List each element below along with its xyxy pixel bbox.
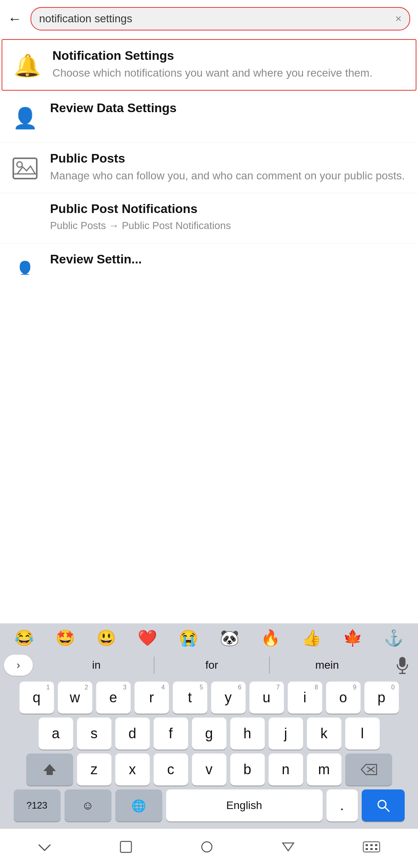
emoji-grinning[interactable]: 😃 — [86, 629, 127, 647]
clear-button[interactable]: × — [395, 13, 402, 25]
emoji-thumbsup[interactable]: 👍 — [291, 629, 332, 647]
key-y[interactable]: 6y — [211, 682, 246, 714]
partial-result-item[interactable]: 👤 Review Settin... — [0, 243, 418, 275]
key-a[interactable]: a — [39, 718, 73, 750]
nav-triangle-button[interactable] — [273, 836, 303, 861]
result-item-public-post-notifs[interactable]: Public Post Notifications Public Posts →… — [0, 193, 418, 243]
svg-line-10 — [385, 807, 389, 811]
numbers-key[interactable]: ?123 — [14, 789, 61, 821]
suggestion-for[interactable]: for — [154, 656, 269, 675]
emoji-panda[interactable]: 🐼 — [209, 629, 250, 647]
result-title-review-data: Review Data Settings — [50, 101, 409, 115]
key-l[interactable]: l — [345, 718, 380, 750]
suggestion-mein[interactable]: mein — [270, 656, 384, 675]
result-title-public-post-notifs: Public Post Notifications — [50, 202, 409, 216]
placeholder-icon — [9, 203, 41, 234]
image-icon — [9, 153, 41, 184]
svg-rect-15 — [366, 844, 368, 846]
result-item-public-posts[interactable]: Public Posts Manage who can follow you, … — [0, 143, 418, 193]
svg-rect-16 — [370, 844, 373, 846]
emoji-fire[interactable]: 🔥 — [250, 629, 291, 647]
key-b[interactable]: b — [230, 753, 265, 786]
nav-square-button[interactable] — [111, 836, 141, 861]
result-title-notification-settings: Notification Settings — [52, 48, 406, 63]
key-v[interactable]: v — [192, 753, 226, 786]
key-row-1: 1q 2w 3e 4r 5t 6y 7u 8i 9o 0p — [2, 682, 416, 714]
key-rows: 1q 2w 3e 4r 5t 6y 7u 8i 9o 0p a s d f g … — [0, 680, 418, 829]
result-item-notification-settings[interactable]: 🔔 Notification Settings Choose which not… — [2, 39, 416, 91]
emoji-key[interactable]: ☺ — [65, 789, 111, 821]
svg-rect-3 — [399, 657, 405, 667]
emoji-anchor[interactable]: ⚓ — [373, 629, 414, 647]
shift-key[interactable] — [26, 753, 73, 786]
key-z[interactable]: z — [77, 753, 111, 786]
result-text-review-data: Review Data Settings — [50, 101, 409, 118]
partial-title: Review Settin... — [50, 252, 142, 267]
key-i[interactable]: 8i — [288, 682, 322, 714]
partial-icon: 👤 — [9, 254, 41, 275]
key-x[interactable]: x — [115, 753, 150, 786]
result-title-public-posts: Public Posts — [50, 151, 409, 166]
nav-bar — [0, 829, 418, 868]
nav-circle-button[interactable] — [192, 836, 222, 861]
emoji-maple-leaf[interactable]: 🍁 — [332, 629, 373, 647]
key-e[interactable]: 3e — [96, 682, 131, 714]
spacebar-key[interactable]: English — [166, 789, 323, 821]
suggestion-in[interactable]: in — [39, 656, 154, 675]
svg-point-2 — [17, 162, 22, 167]
notification-bell-icon: 🔔 — [12, 50, 43, 81]
result-text-public-posts: Public Posts Manage who can follow you, … — [50, 151, 409, 183]
key-j[interactable]: j — [269, 718, 303, 750]
mic-button[interactable] — [391, 653, 414, 677]
svg-point-12 — [202, 842, 212, 852]
key-p[interactable]: 0p — [364, 682, 399, 714]
key-row-4: ?123 ☺ 🌐 English . — [2, 789, 416, 821]
nav-down-button[interactable] — [30, 838, 59, 860]
key-t[interactable]: 5t — [173, 682, 207, 714]
key-o[interactable]: 9o — [326, 682, 361, 714]
key-s[interactable]: s — [77, 718, 111, 750]
emoji-crying[interactable]: 😭 — [168, 629, 209, 647]
search-box: × — [30, 7, 410, 30]
key-w[interactable]: 2w — [58, 682, 92, 714]
svg-rect-20 — [375, 848, 377, 850]
search-input[interactable] — [39, 13, 391, 25]
search-key[interactable] — [362, 789, 405, 821]
svg-marker-13 — [283, 843, 294, 851]
result-text-public-post-notifs: Public Post Notifications Public Posts →… — [50, 202, 409, 233]
svg-rect-14 — [363, 842, 380, 852]
svg-marker-6 — [43, 764, 56, 775]
header: ← × — [0, 0, 418, 38]
result-text-notification-settings: Notification Settings Choose which notif… — [52, 48, 406, 81]
backspace-key[interactable] — [345, 753, 392, 786]
emoji-kissy[interactable]: 🤩 — [45, 629, 86, 647]
svg-rect-11 — [120, 841, 131, 852]
key-h[interactable]: h — [230, 718, 265, 750]
keyboard: 😂 🤩 😃 ❤️ 😭 🐼 🔥 👍 🍁 ⚓ › in for mein — [0, 623, 418, 868]
key-q[interactable]: 1q — [20, 682, 54, 714]
suggestions-bar: › in for mein — [0, 650, 418, 680]
expand-icon: › — [16, 659, 20, 671]
back-button[interactable]: ← — [8, 12, 25, 26]
key-d[interactable]: d — [115, 718, 150, 750]
key-c[interactable]: c — [154, 753, 188, 786]
key-m[interactable]: m — [307, 753, 341, 786]
globe-key[interactable]: 🌐 — [115, 789, 162, 821]
emoji-laughing[interactable]: 😂 — [4, 629, 45, 647]
key-f[interactable]: f — [154, 718, 188, 750]
key-n[interactable]: n — [269, 753, 303, 786]
nav-keyboard-button[interactable] — [355, 836, 388, 861]
period-key[interactable]: . — [327, 789, 358, 821]
results-list: 🔔 Notification Settings Choose which not… — [0, 39, 418, 275]
result-item-review-data[interactable]: 👤 Review Data Settings — [0, 92, 418, 143]
result-subtitle-notification-settings: Choose which notifications you want and … — [52, 65, 406, 81]
result-breadcrumb-public-post-notifs: Public Posts → Public Post Notifications — [50, 218, 409, 233]
svg-rect-18 — [366, 848, 368, 850]
key-r[interactable]: 4r — [135, 682, 169, 714]
key-k[interactable]: k — [307, 718, 341, 750]
key-u[interactable]: 7u — [249, 682, 284, 714]
key-g[interactable]: g — [192, 718, 226, 750]
result-subtitle-public-posts: Manage who can follow you, and who can c… — [50, 168, 409, 183]
expand-suggestions-button[interactable]: › — [4, 655, 33, 676]
emoji-heart[interactable]: ❤️ — [127, 629, 168, 647]
